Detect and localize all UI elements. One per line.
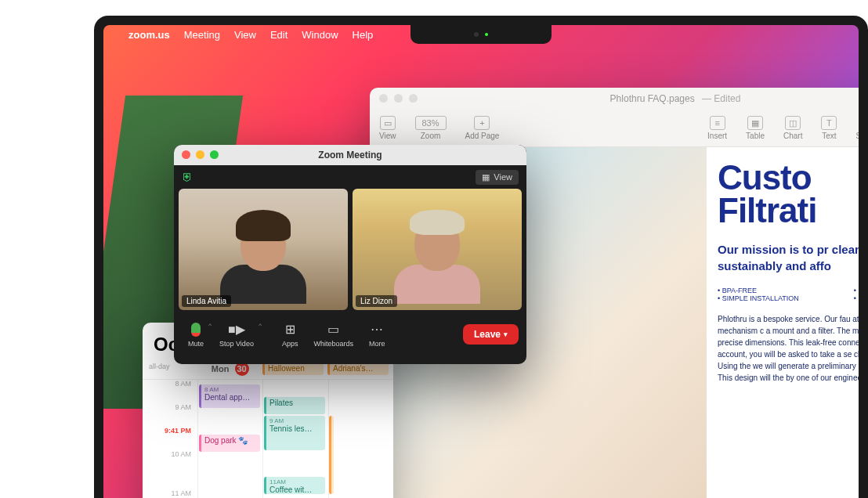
grid-icon: ▦ [482,172,490,182]
chevron-up-icon[interactable]: ^ [208,322,212,329]
video-icon: ■▶ [228,322,245,337]
doc-body: Phlothru is a bespoke service. Our fau a… [718,313,859,384]
pages-zoom-button[interactable] [409,94,418,103]
pages-close-button[interactable] [379,94,388,103]
tb-table[interactable]: ▦Table [746,116,765,140]
event-dogpark[interactable]: Dog park 🐾 [199,435,260,452]
zoom-minimize-button[interactable] [196,150,204,159]
pages-traffic-lights [379,94,418,103]
pages-titlebar[interactable]: Phlothru FAQ.pages — Edited [370,88,859,110]
calendar-grid[interactable]: all-day 8 AM 9 AM 9:41 PM 10 AM 11 AM Ha… [143,380,393,498]
view-button[interactable]: ▦ View [476,170,519,185]
event-halloween[interactable]: Halloween [262,363,324,375]
zoom-controls: Mute^ ■▶ Stop Video^ ⊞ Apps ▭ Whiteboard… [174,310,526,359]
microphone-icon [191,323,201,337]
all-day-label: all-day [149,363,170,370]
camera-led [485,33,488,36]
menu-meeting[interactable]: Meeting [184,29,220,41]
zoom-header: ⛨ ▦ View [174,165,526,189]
video-tile-2[interactable]: Liz Dizon [353,189,522,310]
stop-video-button[interactable]: ■▶ Stop Video^ [213,319,260,351]
menu-window[interactable]: Window [302,29,338,41]
zoom-traffic-lights [182,150,219,159]
doc-title: Custo Filtrati [718,161,859,227]
pages-edited-label: — [700,93,714,104]
zoom-maximize-button[interactable] [210,150,219,159]
app-menu[interactable]: zoom.us [128,29,170,41]
event-pilates[interactable]: Pilates [264,397,325,414]
tb-zoom[interactable]: 83%Zoom [415,116,447,140]
whiteboards-button[interactable]: ▭ Whiteboards [307,319,360,351]
tb-insert[interactable]: ≡Insert [707,116,727,140]
event-coffee[interactable]: 11AMCoffee wit… [264,477,325,494]
whiteboard-icon: ▭ [327,322,339,337]
chevron-down-icon: ▾ [504,330,508,338]
zoom-close-button[interactable] [182,150,190,159]
notch [410,25,552,44]
tb-text[interactable]: TText [821,116,837,140]
menu-help[interactable]: Help [353,29,374,41]
participant-name-2: Liz Dizon [356,295,397,307]
zoom-window: Zoom Meeting ⛨ ▦ View Linda Avitia Liz D… [174,145,526,364]
mute-button[interactable]: Mute^ [182,319,210,351]
zoom-title: Zoom Meeting [318,150,382,161]
tb-shape[interactable]: ◯Shape [855,116,859,140]
apps-button[interactable]: ⊞ Apps [276,319,305,351]
chevron-up-icon[interactable]: ^ [259,322,262,329]
more-icon: ⋯ [371,322,383,337]
menu-view[interactable]: View [234,29,256,41]
pages-edited-status: Edited [714,93,740,104]
tb-view[interactable]: ▭View [379,116,396,140]
pages-filename: Phlothru FAQ.pages [610,93,695,104]
tb-add-page[interactable]: +Add Page [465,116,500,140]
more-button[interactable]: ⋯ More [363,319,392,351]
pages-minimize-button[interactable] [394,94,403,103]
participant-name-1: Linda Avitia [182,295,231,307]
calendar-time-labels: 8 AM 9 AM 9:41 PM 10 AM 11 AM [143,380,197,498]
tb-chart[interactable]: ◫Chart [783,116,802,140]
apps-icon: ⊞ [285,322,295,337]
event-wed-bar[interactable] [329,416,334,494]
doc-mission: Our mission is to pr clean water around … [718,241,859,274]
camera-dot [474,32,479,37]
menu-edit[interactable]: Edit [270,29,288,41]
pages-toolbar: ▭View 83%Zoom +Add Page ≡Insert ▦Table ◫… [370,110,859,147]
leave-button[interactable]: Leave ▾ [463,324,519,345]
event-adriana[interactable]: Adriana's… [327,363,389,375]
event-tennis[interactable]: 9 AMTennis les… [264,416,325,450]
document-text-area[interactable]: Custo Filtrati Our mission is to pr clea… [707,147,859,498]
event-dental[interactable]: 8 AMDental app… [199,384,260,408]
doc-bullets: BPA-FREE SIMPLE INSTALLATION MADE FROM R… [718,287,859,302]
laptop-frame: zoom.us Meeting View Edit Window Help Ph… [94,16,868,498]
zoom-video-grid: Linda Avitia Liz Dizon [174,189,526,310]
encryption-shield-icon[interactable]: ⛨ [182,171,193,183]
video-tile-1[interactable]: Linda Avitia [179,189,348,310]
zoom-titlebar[interactable]: Zoom Meeting [174,145,526,165]
desktop: zoom.us Meeting View Edit Window Help Ph… [103,25,859,498]
